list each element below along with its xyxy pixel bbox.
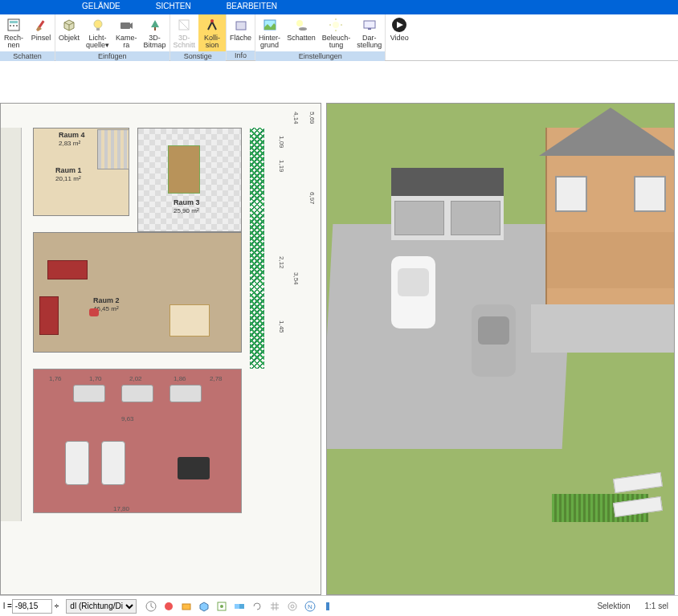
kollision-button[interactable]: Kolli- sion xyxy=(198,14,226,51)
ribbon-group-schatten: Rech- nen Pinsel Schatten xyxy=(0,14,55,60)
target-icon[interactable] xyxy=(286,600,299,613)
camera-icon xyxy=(117,16,135,34)
section-icon xyxy=(175,16,193,34)
svg-rect-26 xyxy=(182,604,190,610)
workspace: Raum 42,83 m² Raum 120,11 m² Raum 325,90… xyxy=(0,63,678,595)
svg-point-32 xyxy=(291,605,294,608)
svg-point-31 xyxy=(288,602,296,610)
beleuchtung-button[interactable]: Beleuch- tung xyxy=(319,14,354,51)
darstellung-button[interactable]: Dar- stellung xyxy=(353,14,385,51)
rechnen-button[interactable]: Rech- nen xyxy=(0,14,27,51)
play-icon xyxy=(390,16,408,34)
svg-rect-3 xyxy=(13,25,14,27)
group-label-schatten: Schatten xyxy=(0,51,55,61)
video-button[interactable]: Video xyxy=(386,14,413,51)
area-icon xyxy=(232,16,250,34)
hintergrund-button[interactable]: Hinter- grund xyxy=(255,14,284,51)
pinsel-button[interactable]: Pinsel xyxy=(27,14,55,51)
lighting-icon xyxy=(327,16,345,34)
svg-rect-12 xyxy=(236,22,246,30)
svg-rect-4 xyxy=(16,25,18,27)
svg-point-15 xyxy=(299,27,307,31)
link-icon[interactable] xyxy=(251,600,263,613)
selection-label: Selektion xyxy=(597,602,630,610)
lichtquelle-button[interactable]: Licht- quelle▾ xyxy=(83,14,112,51)
background-icon xyxy=(261,16,279,34)
zoom-label[interactable]: 1:1 sel xyxy=(645,602,668,610)
bitmap3d-button[interactable]: 3D- Bitmap xyxy=(141,14,170,51)
svg-rect-8 xyxy=(120,22,130,29)
svg-rect-1 xyxy=(10,21,18,23)
coord-label: l = xyxy=(3,602,12,610)
calculator-icon xyxy=(5,16,22,34)
shadow-icon xyxy=(292,16,310,34)
svg-rect-21 xyxy=(364,21,375,28)
ribbon-group-info: Fläche Info xyxy=(227,14,255,60)
lightbulb-icon xyxy=(89,16,107,34)
coord-input[interactable] xyxy=(12,599,52,614)
status-toolbar: N xyxy=(145,600,334,613)
history-icon[interactable] xyxy=(145,600,157,613)
status-bar: l = ÷ dl (Richtung/Di N Selektion 1:1 se… xyxy=(0,595,678,616)
flaeche-button[interactable]: Fläche xyxy=(227,14,255,51)
svg-rect-35 xyxy=(326,602,329,610)
tab-bearbeiten[interactable]: BEARBEITEN xyxy=(209,0,295,14)
floorplan-view[interactable]: Raum 42,83 m² Raum 120,11 m² Raum 325,90… xyxy=(0,103,321,595)
ribbon-group-video: Video xyxy=(386,14,413,60)
3d-view[interactable] xyxy=(326,103,675,595)
svg-text:N: N xyxy=(308,603,312,610)
svg-rect-5 xyxy=(39,20,45,27)
brush-icon xyxy=(32,16,50,34)
ribbon-group-einstellungen: Hinter- grund Schatten Beleuch- tung Dar… xyxy=(255,14,386,60)
ribbon-group-sonstige: 3D- Schnitt Kolli- sion Sonstige xyxy=(170,14,227,60)
svg-rect-22 xyxy=(368,28,371,30)
ribbon-group-einfuegen: Objekt Licht- quelle▾ Kame- ra 3D- Bitma… xyxy=(55,14,170,60)
svg-rect-7 xyxy=(96,28,100,31)
svg-point-14 xyxy=(296,20,303,27)
tab-gelaende[interactable]: GELÄNDE xyxy=(64,0,138,14)
collision-icon xyxy=(203,16,221,34)
tab-sichten[interactable]: SICHTEN xyxy=(138,0,209,14)
group-label-sonstige: Sonstige xyxy=(170,51,227,61)
svg-point-16 xyxy=(333,22,339,28)
svg-rect-9 xyxy=(154,27,156,31)
schnitt3d-button[interactable]: 3D- Schnitt xyxy=(170,14,199,51)
direction-combo[interactable]: dl (Richtung/Di xyxy=(66,599,137,614)
group-label-einfuegen: Einfügen xyxy=(55,51,170,61)
objekt-button[interactable]: Objekt xyxy=(55,14,83,51)
svg-rect-30 xyxy=(239,604,244,609)
ribbon-toolbar: Rech- nen Pinsel Schatten Objekt xyxy=(0,14,678,61)
svg-point-28 xyxy=(220,605,223,608)
group-label-einstellungen: Einstellungen xyxy=(255,51,385,61)
svg-point-25 xyxy=(165,602,173,610)
svg-point-6 xyxy=(94,20,102,28)
svg-rect-29 xyxy=(235,604,239,609)
layers-icon[interactable] xyxy=(180,600,193,613)
cube-icon xyxy=(60,16,78,34)
schatten-button[interactable]: Schatten xyxy=(284,14,319,51)
display-icon xyxy=(361,16,378,34)
info-icon[interactable] xyxy=(321,600,334,613)
tree-icon xyxy=(146,16,164,34)
snap-icon[interactable] xyxy=(215,600,228,613)
cube-status-icon[interactable] xyxy=(198,600,210,613)
record-icon[interactable] xyxy=(162,600,175,613)
group-label-info: Info xyxy=(227,51,255,60)
north-icon[interactable]: N xyxy=(304,600,317,613)
svg-point-11 xyxy=(210,19,214,22)
group-icon[interactable] xyxy=(233,600,246,613)
kamera-button[interactable]: Kame- ra xyxy=(112,14,141,51)
menu-tab-strip: GELÄNDE SICHTEN BEARBEITEN xyxy=(0,0,678,14)
svg-rect-2 xyxy=(10,25,11,27)
grid-icon[interactable] xyxy=(268,600,281,613)
